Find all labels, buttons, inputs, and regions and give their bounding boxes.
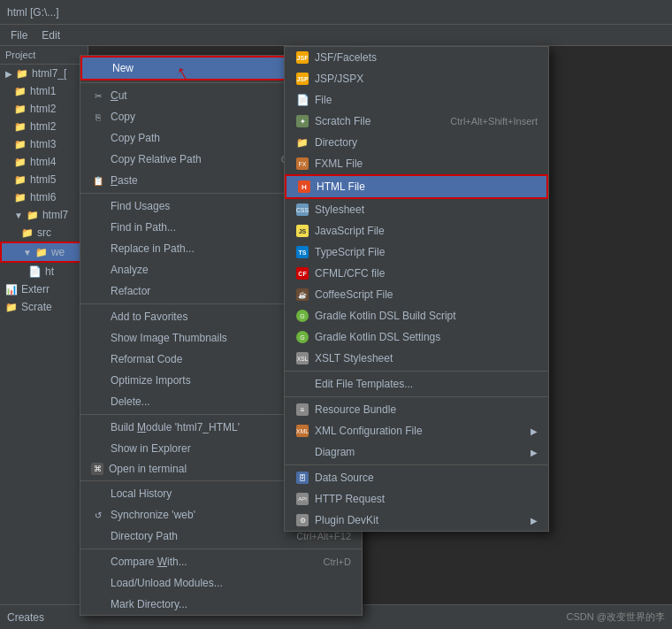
cm-label: CoffeeScript File xyxy=(315,288,538,301)
shortcut: Ctrl+D xyxy=(324,556,351,567)
blank-icon xyxy=(91,441,105,456)
submenu-item-js[interactable]: JS JavaScript File xyxy=(285,220,548,242)
menu-edit[interactable]: Edit xyxy=(34,27,67,43)
cm-label: Compare With... xyxy=(111,556,306,568)
menu-file[interactable]: File xyxy=(4,27,34,43)
blank-icon xyxy=(91,263,105,277)
cm-label: JavaScript File xyxy=(315,225,538,237)
blank-icon xyxy=(91,373,105,387)
blank-icon xyxy=(91,555,105,569)
file-icon: 📄 xyxy=(295,93,309,107)
submenu-item-gradle-settings[interactable]: G Gradle Kotlin DSL Settings xyxy=(285,326,548,348)
api-icon: API xyxy=(295,492,309,506)
submenu-item-scratch[interactable]: ✦ Scratch File Ctrl+Alt+Shift+Insert xyxy=(285,111,548,132)
cm-label: Data Source xyxy=(315,472,538,484)
submenu-item-fxml[interactable]: FX FXML File xyxy=(285,153,548,174)
cm-label: Replace in Path... xyxy=(111,242,280,255)
submenu-item-stylesheet[interactable]: CSS Stylesheet xyxy=(285,199,548,220)
cm-label: CFML/CFC file xyxy=(315,267,538,280)
paste-icon: 📋 xyxy=(91,173,105,188)
xml-icon: XML xyxy=(295,424,309,438)
cm-label: Resource Bundle xyxy=(315,403,538,416)
cm-label: JSP/JSPX xyxy=(315,73,538,85)
submenu-item-http[interactable]: API HTTP Request xyxy=(285,488,548,510)
cm-label: XSLT Stylesheet xyxy=(315,352,538,364)
submenu-item-xslt[interactable]: XSL XSLT Stylesheet xyxy=(285,348,548,369)
cm-label: Cut xyxy=(111,89,306,102)
submenu-item-plugin[interactable]: ⚙ Plugin DevKit ▶ xyxy=(285,510,548,531)
submenu-item-jsf[interactable]: JSF JSF/Facelets xyxy=(285,47,548,68)
data-icon: 🗄 xyxy=(295,471,309,485)
blank-icon xyxy=(91,284,105,298)
separator xyxy=(285,371,548,372)
blank-icon xyxy=(91,220,105,234)
submenu-item-jsp[interactable]: JSP JSP/JSPX xyxy=(285,68,548,89)
cm-label: Show Image Thumbnails xyxy=(111,332,281,344)
status-right: CSDN @改变世界的李 xyxy=(567,610,665,624)
cm-label: HTTP Request xyxy=(315,493,538,505)
context-menu-overlay: New ▶ ✂ Cut Ctrl+X ⎘ Copy Ctrl+C Copy Pa… xyxy=(0,46,672,604)
separator xyxy=(285,464,548,465)
submenu-item-diagram[interactable]: Diagram ▶ xyxy=(285,441,548,463)
ts-icon: TS xyxy=(295,245,309,259)
submenu-item-gradle-build[interactable]: G Gradle Kotlin DSL Build Script xyxy=(285,305,548,326)
cm-label: Directory Path xyxy=(111,530,279,542)
stylesheet-icon: CSS xyxy=(295,203,309,217)
scratch-icon: ✦ xyxy=(295,114,309,128)
cm-label: Edit File Templates... xyxy=(315,378,538,390)
submenu-item-ts[interactable]: TS TypeScript File xyxy=(285,242,548,263)
separator xyxy=(80,548,362,549)
cm-label: Mark Directory... xyxy=(111,598,351,610)
blank-icon xyxy=(91,242,105,256)
new-icon xyxy=(93,61,107,75)
cf-icon: CF xyxy=(295,266,309,280)
submenu-item-file[interactable]: 📄 File xyxy=(285,89,548,111)
coffee-icon: ☕ xyxy=(295,288,309,302)
html-icon: H xyxy=(297,180,311,194)
cm-label: Copy Relative Path xyxy=(111,153,263,165)
submenu-item-edit-templates[interactable]: Edit File Templates... xyxy=(285,373,548,395)
blank-icon xyxy=(295,377,309,391)
submenu-item-html[interactable]: H HTML File xyxy=(285,174,548,199)
cm-label: XML Configuration File xyxy=(315,425,527,437)
cm-label: Diagram xyxy=(315,446,527,458)
cm-label: Stylesheet xyxy=(315,203,538,216)
status-creates: Creates xyxy=(7,611,44,624)
jsf-icon: JSF xyxy=(295,50,309,65)
cm-item-compare[interactable]: Compare With... Ctrl+D xyxy=(80,551,362,572)
blank-icon xyxy=(91,131,105,145)
blank-icon xyxy=(295,445,309,459)
sync-icon: ↺ xyxy=(91,508,105,522)
submenu-item-cf[interactable]: CF CFML/CFC file xyxy=(285,263,548,284)
cm-label: Reformat Code xyxy=(111,353,290,365)
shortcut: Ctrl+Alt+F12 xyxy=(296,531,351,541)
submenu-arrow-icon: ▶ xyxy=(531,448,538,457)
submenu-item-coffee[interactable]: ☕ CoffeeScript File xyxy=(285,284,548,305)
gradle-icon: G xyxy=(295,309,309,323)
blank-icon xyxy=(91,310,105,324)
cm-label: JSF/Facelets xyxy=(315,51,538,64)
cm-label: Gradle Kotlin DSL Build Script xyxy=(315,310,538,322)
cm-label: Find in Path... xyxy=(111,221,281,234)
shortcut: Ctrl+Alt+Shift+Insert xyxy=(450,116,538,127)
blank-icon xyxy=(91,576,105,590)
cm-label: FXML File xyxy=(315,157,538,170)
blank-icon xyxy=(91,352,105,366)
submenu-item-resource[interactable]: ≡ Resource Bundle xyxy=(285,399,548,420)
js-icon: JS xyxy=(295,224,309,238)
fxml-icon: FX xyxy=(295,157,309,171)
cm-label: File xyxy=(315,94,538,106)
submenu-item-datasource[interactable]: 🗄 Data Source xyxy=(285,467,548,488)
xslt-icon: XSL xyxy=(295,351,309,365)
cm-label: Paste xyxy=(111,174,306,187)
terminal-icon: ⌘ xyxy=(91,463,103,475)
main-layout: Project ▶ 📁 html7_[ 📁 html1 📁 html2 📁 ht… xyxy=(0,46,672,629)
resource-icon: ≡ xyxy=(295,403,309,417)
cm-label: Gradle Kotlin DSL Settings xyxy=(315,331,538,343)
jsp-icon: JSP xyxy=(295,72,309,86)
cut-icon: ✂ xyxy=(91,88,105,103)
submenu-item-directory[interactable]: 📁 Directory xyxy=(285,132,548,153)
submenu-item-xml[interactable]: XML XML Configuration File ▶ xyxy=(285,420,548,441)
cm-item-mark-dir[interactable]: Mark Directory... xyxy=(80,594,362,615)
cm-item-load-unload[interactable]: Load/Unload Modules... xyxy=(80,572,362,594)
